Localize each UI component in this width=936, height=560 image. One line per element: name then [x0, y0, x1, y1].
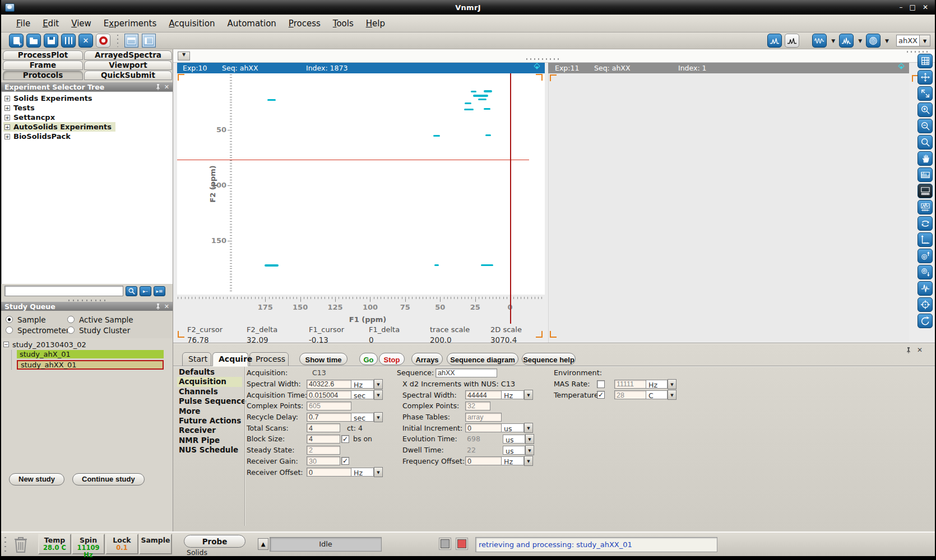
go-button[interactable]: Go [359, 353, 378, 365]
tree-item-autosolids-experiments[interactable]: +AutoSolids Experiments [3, 122, 115, 132]
trash-icon[interactable] [13, 535, 28, 553]
pan-move-button[interactable] [918, 70, 933, 85]
receiver-gain-input[interactable] [307, 456, 340, 465]
display-baseline-button[interactable] [918, 184, 933, 198]
tab-protocols[interactable]: Protocols [3, 71, 83, 80]
category-nmr-pipe[interactable]: NMR Pipe [177, 436, 242, 445]
layout-split-horizontal-button[interactable] [124, 34, 138, 48]
mas-rate-unit[interactable]: Hz [646, 380, 668, 389]
center-target-button[interactable] [918, 297, 933, 312]
initial-increment-unit[interactable]: us [502, 423, 524, 432]
sequence-diagram-button[interactable]: Sequence diagram [447, 353, 518, 365]
viewport-1-content[interactable]: 175150125100755025050100150F1 (ppm)F2 (p… [177, 73, 545, 343]
mas-rate-input[interactable] [614, 380, 646, 389]
fid-display-dropdown-arrow[interactable]: ▼ [831, 38, 835, 44]
frame-selector-dropdown[interactable]: ▼ [178, 52, 190, 60]
close-panel-icon[interactable]: ✕ [917, 346, 923, 354]
viewport-inactive-diamond-icon[interactable] [898, 63, 904, 69]
tab-acquire[interactable]: Acquire [212, 352, 248, 366]
save-button[interactable] [44, 34, 58, 48]
contour-display-dropdown-arrow[interactable]: ▼ [885, 38, 889, 44]
radio-active-sample[interactable] [67, 316, 75, 323]
pin-icon[interactable] [155, 304, 161, 310]
tree-item-settancpx[interactable]: +Settancpx [3, 113, 173, 122]
spectrum-plot[interactable]: 175150125100755025050100150F1 (ppm)F2 (p… [177, 73, 545, 343]
toolbar-drag-handle[interactable] [907, 51, 930, 53]
parameter-arrays-button[interactable] [61, 34, 76, 48]
expand-icon[interactable]: + [4, 96, 10, 101]
close-panel-icon[interactable]: ✕ [164, 303, 169, 310]
spectrum-overlay-button[interactable] [918, 167, 933, 182]
probe-button[interactable]: Probe [184, 535, 245, 548]
temperature-input[interactable] [614, 390, 646, 399]
spectrum-display-dropdown-arrow[interactable]: ▼ [858, 38, 862, 44]
viewport-active-diamond-icon[interactable] [534, 63, 540, 69]
tab-quicksubmit[interactable]: QuickSubmit [84, 71, 172, 80]
tab-viewport[interactable]: Viewport [84, 60, 172, 70]
menu-process[interactable]: Process [282, 18, 327, 29]
tree-item-tests[interactable]: +Tests [3, 103, 173, 113]
complex-points-input[interactable] [307, 402, 351, 410]
viewport-2-header[interactable]: Exp:11 Seq: ahXX Index: 1 [548, 63, 909, 73]
pin-icon[interactable] [155, 84, 161, 90]
fid-display-button[interactable] [812, 34, 827, 48]
unit-dropdown-arrow[interactable]: ▼ [524, 390, 533, 400]
category-defaults[interactable]: Defaults [177, 367, 242, 377]
spectral-width-unit[interactable]: Hz [351, 380, 374, 389]
expand-icon[interactable]: + [4, 124, 10, 130]
menu-view[interactable]: View [65, 18, 98, 29]
frequency-offset-input[interactable] [465, 456, 502, 465]
category-pulse-sequence[interactable]: Pulse Sequence [177, 396, 242, 406]
workspace-combo-arrow-icon[interactable]: ▼ [920, 35, 930, 46]
frequency-offset-unit[interactable]: Hz [502, 456, 524, 465]
phase-tables-input[interactable] [465, 413, 502, 422]
pan-hand-button[interactable] [918, 151, 933, 166]
study-root-item[interactable]: −study_20130403_02 [3, 340, 173, 349]
receiver-gain-checkbox[interactable]: ✓ [341, 457, 349, 465]
unit-dropdown-arrow[interactable]: ▼ [668, 379, 676, 389]
prompt-view-button[interactable]: ▸– [140, 286, 151, 296]
minimize-button[interactable]: – [900, 3, 903, 11]
layout-split-vertical-button[interactable] [142, 34, 156, 48]
block-size-input[interactable] [307, 435, 340, 444]
contour-level-up-button[interactable] [918, 249, 933, 263]
f1-spectral-width-input[interactable] [465, 390, 502, 399]
tree-item-biosolidspack[interactable]: +BioSolidsPack [3, 132, 173, 141]
category-more[interactable]: More [177, 407, 242, 416]
f1-spectral-width-unit[interactable]: Hz [502, 390, 524, 399]
display-spectrum-frame-button[interactable] [918, 200, 933, 214]
zoom-out-button[interactable] [918, 119, 933, 133]
tab-arrayedspectra[interactable]: ArrayedSpectra [84, 50, 172, 60]
tab-process[interactable]: Process [249, 352, 289, 366]
receiver-offset-unit[interactable]: Hz [351, 468, 374, 477]
status-indicator-red-button[interactable] [457, 539, 466, 548]
grid-button[interactable] [918, 54, 933, 68]
unit-dropdown-arrow[interactable]: ▼ [668, 390, 676, 400]
temperature-unit[interactable]: C [646, 390, 668, 399]
receiver-offset-input[interactable] [307, 468, 351, 477]
menu-tools[interactable]: Tools [327, 18, 360, 29]
expand-fullscreen-button[interactable] [918, 86, 933, 101]
stop-button[interactable] [96, 34, 110, 48]
viewport-drag-handle[interactable] [526, 58, 561, 60]
open-button[interactable] [26, 34, 41, 48]
sequence-input[interactable] [435, 368, 497, 377]
queue-expand-button[interactable]: ▲ [258, 538, 268, 550]
acquisition-time-unit[interactable]: sec [351, 390, 374, 399]
spin-monitor-button[interactable]: Spin11109 Hz [72, 534, 105, 554]
spectral-width-input[interactable] [307, 380, 351, 389]
radio-sample[interactable] [6, 316, 13, 323]
temperature-checkbox[interactable]: ✓ [597, 391, 605, 399]
unit-dropdown-arrow[interactable]: ▼ [374, 390, 383, 400]
magnify-button[interactable] [918, 135, 933, 150]
pin-icon[interactable] [906, 347, 911, 353]
viewport-2-content[interactable] [548, 73, 909, 343]
spectrum-small-button[interactable] [767, 34, 782, 48]
recycle-delay-input[interactable] [307, 413, 351, 422]
unit-dropdown-arrow[interactable]: ▼ [374, 467, 383, 477]
protocol-search-input[interactable] [4, 286, 123, 296]
workspace-combo-value[interactable]: ahXX [896, 35, 920, 46]
contour-display-button[interactable] [866, 34, 881, 48]
unit-dropdown-arrow[interactable]: ▼ [524, 423, 533, 433]
unit-dropdown-arrow[interactable]: ▼ [374, 412, 383, 422]
